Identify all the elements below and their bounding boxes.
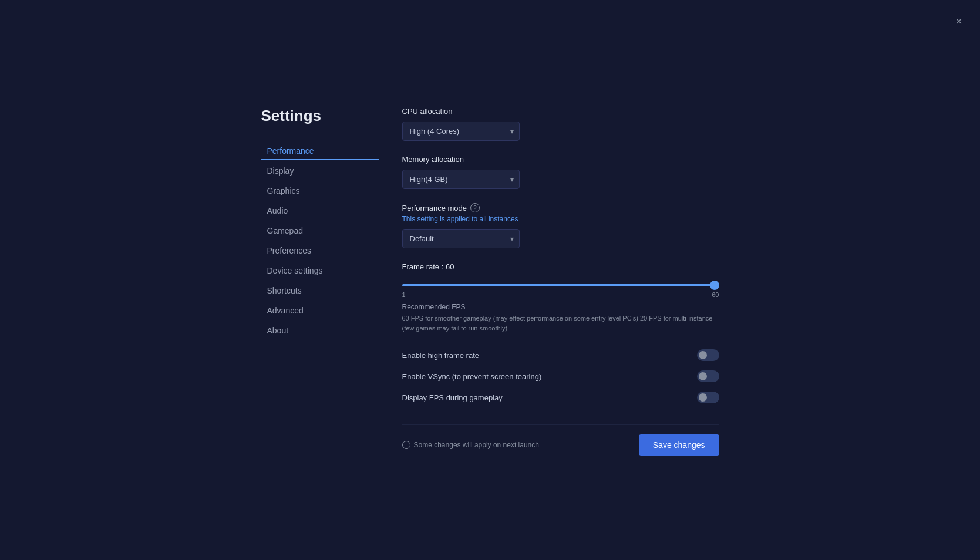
fps-info: Recommended FPS 60 FPS for smoother game… — [402, 302, 719, 333]
sidebar-item-performance[interactable]: Performance — [261, 141, 379, 160]
sidebar-item-audio[interactable]: Audio — [261, 201, 379, 220]
toggle-label-vsync: Enable VSync (to prevent screen tearing) — [402, 372, 542, 381]
slider-range-labels: 1 60 — [402, 291, 719, 298]
memory-allocation-section: Memory allocation High(4 GB)Medium(2 GB)… — [402, 155, 719, 189]
fps-info-text: 60 FPS for smoother gameplay (may effect… — [402, 313, 719, 333]
sidebar-item-about[interactable]: About — [261, 321, 379, 340]
footer-info-icon: i — [402, 441, 410, 449]
page-title: Settings — [261, 107, 379, 125]
toggle-row-high-frame-rate: Enable high frame rate — [402, 345, 719, 366]
frame-rate-slider[interactable] — [402, 284, 719, 286]
toggle-row-display-fps: Display FPS during gameplay — [402, 387, 719, 408]
toggle-switch-vsync[interactable] — [697, 370, 719, 382]
toggle-switch-high-frame-rate[interactable] — [697, 349, 719, 361]
toggle-switch-display-fps[interactable] — [697, 392, 719, 403]
toggle-label-display-fps: Display FPS during gameplay — [402, 393, 503, 402]
memory-allocation-select[interactable]: High(4 GB)Medium(2 GB)Low(1 GB) — [402, 170, 520, 189]
frame-rate-slider-container — [402, 278, 719, 289]
toggles-section: Enable high frame rateEnable VSync (to p… — [402, 345, 719, 408]
save-changes-button[interactable]: Save changes — [639, 434, 719, 456]
toggle-track-vsync — [697, 370, 719, 382]
settings-container: Settings PerformanceDisplayGraphicsAudio… — [261, 104, 719, 456]
performance-mode-label-row: Performance mode ? — [402, 203, 719, 212]
slider-min-label: 1 — [402, 291, 406, 298]
fps-info-title: Recommended FPS — [402, 302, 719, 312]
cpu-allocation-label: CPU allocation — [402, 107, 719, 116]
sidebar-item-graphics[interactable]: Graphics — [261, 181, 379, 200]
memory-allocation-label: Memory allocation — [402, 155, 719, 164]
footer-note: i Some changes will apply on next launch — [402, 441, 539, 449]
sidebar-item-display[interactable]: Display — [261, 161, 379, 180]
frame-rate-label: Frame rate : 60 — [402, 262, 719, 271]
cpu-allocation-select-wrapper: High (4 Cores)Medium (2 Cores)Low (1 Cor… — [402, 122, 520, 141]
footer-note-text: Some changes will apply on next launch — [414, 441, 539, 449]
sidebar: Settings PerformanceDisplayGraphicsAudio… — [261, 104, 379, 456]
cpu-allocation-section: CPU allocation High (4 Cores)Medium (2 C… — [402, 107, 719, 141]
sidebar-item-shortcuts[interactable]: Shortcuts — [261, 281, 379, 300]
performance-mode-label-text: Performance mode — [402, 204, 467, 212]
performance-mode-help-icon[interactable]: ? — [470, 203, 480, 212]
performance-mode-section: Performance mode ? This setting is appli… — [402, 203, 719, 248]
toggle-track-high-frame-rate — [697, 349, 719, 361]
sidebar-item-advanced[interactable]: Advanced — [261, 301, 379, 320]
memory-allocation-select-wrapper: High(4 GB)Medium(2 GB)Low(1 GB) ▾ — [402, 170, 520, 189]
footer: i Some changes will apply on next launch… — [402, 424, 719, 456]
toggle-label-high-frame-rate: Enable high frame rate — [402, 351, 480, 360]
performance-mode-select[interactable]: DefaultBalancedPower Saver — [402, 229, 520, 248]
frame-rate-section: Frame rate : 60 1 60 Recommended FPS 60 … — [402, 262, 719, 333]
performance-mode-select-wrapper: DefaultBalancedPower Saver ▾ — [402, 229, 520, 248]
sidebar-item-preferences[interactable]: Preferences — [261, 241, 379, 260]
sidebar-nav: PerformanceDisplayGraphicsAudioGamepadPr… — [261, 141, 379, 340]
cpu-allocation-select[interactable]: High (4 Cores)Medium (2 Cores)Low (1 Cor… — [402, 122, 520, 141]
performance-mode-subtitle: This setting is applied to all instances — [402, 215, 719, 223]
settings-content: CPU allocation High (4 Cores)Medium (2 C… — [379, 104, 719, 456]
sidebar-item-gamepad[interactable]: Gamepad — [261, 221, 379, 240]
sidebar-item-device-settings[interactable]: Device settings — [261, 261, 379, 280]
slider-max-label: 60 — [712, 291, 719, 298]
toggle-row-vsync: Enable VSync (to prevent screen tearing) — [402, 366, 719, 387]
toggle-track-display-fps — [697, 392, 719, 403]
close-button[interactable]: × — [952, 12, 966, 31]
